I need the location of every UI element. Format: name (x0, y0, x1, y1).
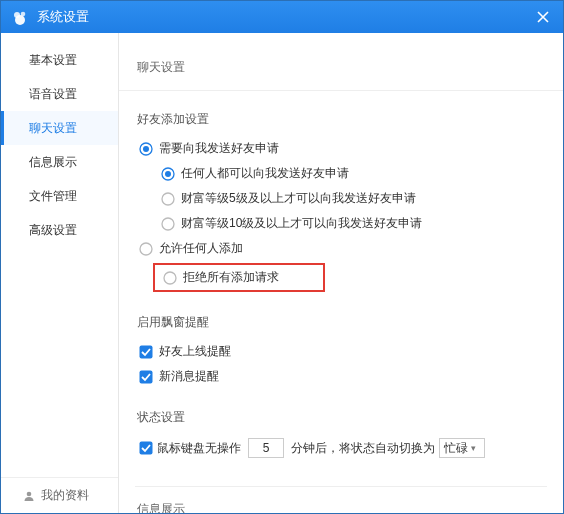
radio-label: 财富等级10级及以上才可以向我发送好友申请 (181, 215, 422, 232)
svg-point-9 (162, 218, 174, 230)
popup-title: 启用飘窗提醒 (137, 308, 545, 339)
sidebar-item-file[interactable]: 文件管理 (1, 179, 118, 213)
idle-minutes-input[interactable]: 5 (248, 438, 284, 458)
info-display-heading: 信息展示 (119, 493, 563, 513)
radio-allow-anyone[interactable]: 允许任何人添加 (131, 236, 545, 261)
svg-point-3 (27, 491, 32, 496)
sidebar-item-chat[interactable]: 聊天设置 (1, 111, 118, 145)
checkbox-icon-checked (139, 370, 153, 384)
radio-label: 任何人都可以向我发送好友申请 (181, 165, 349, 182)
radio-need-request[interactable]: 需要向我发送好友申请 (131, 136, 545, 161)
radio-icon[interactable] (163, 271, 177, 285)
checkbox-idle-status[interactable] (139, 441, 153, 455)
main-heading: 聊天设置 (119, 51, 563, 91)
sidebar-item-label: 文件管理 (29, 189, 77, 203)
radio-wealth10[interactable]: 财富等级10级及以上才可以向我发送好友申请 (131, 211, 545, 236)
divider (135, 486, 547, 487)
radio-icon (161, 217, 175, 231)
sidebar-item-label: 高级设置 (29, 223, 77, 237)
main-panel: 聊天设置 好友添加设置 需要向我发送好友申请 任何人都可以向我发送好友申请 (119, 33, 563, 513)
radio-label: 财富等级5级及以上才可以向我发送好友申请 (181, 190, 416, 207)
status-combo-value: 忙碌 (444, 440, 468, 457)
svg-point-2 (21, 12, 26, 17)
sidebar-item-label: 聊天设置 (29, 121, 77, 135)
checkbox-label: 新消息提醒 (159, 368, 219, 385)
radio-icon (139, 242, 153, 256)
chevron-down-icon: ▾ (471, 443, 476, 453)
svg-point-7 (165, 171, 171, 177)
sidebar-item-label: 基本设置 (29, 53, 77, 67)
svg-point-1 (14, 12, 20, 18)
checkbox-newmsg-remind[interactable]: 新消息提醒 (131, 364, 545, 389)
status-combo[interactable]: 忙碌 ▾ (439, 438, 485, 458)
friend-add-title: 好友添加设置 (137, 105, 545, 136)
sidebar-item-voice[interactable]: 语音设置 (1, 77, 118, 111)
checkbox-online-remind[interactable]: 好友上线提醒 (131, 339, 545, 364)
svg-point-10 (140, 243, 152, 255)
sidebar-item-label: 信息展示 (29, 155, 77, 169)
sidebar-item-label: 语音设置 (29, 87, 77, 101)
app-icon (11, 8, 29, 26)
sidebar-profile-link[interactable]: 我的资料 (1, 477, 118, 513)
sidebar-item-advanced[interactable]: 高级设置 (1, 213, 118, 247)
status-prefix: 鼠标键盘无操作 (157, 440, 241, 457)
sidebar-item-basic[interactable]: 基本设置 (1, 43, 118, 77)
checkbox-icon-checked (139, 345, 153, 359)
svg-rect-12 (140, 345, 153, 358)
close-button[interactable] (531, 5, 555, 29)
sidebar-item-info[interactable]: 信息展示 (1, 145, 118, 179)
checkbox-label: 好友上线提醒 (159, 343, 231, 360)
svg-point-11 (164, 272, 176, 284)
radio-anyone-send[interactable]: 任何人都可以向我发送好友申请 (131, 161, 545, 186)
svg-point-5 (143, 146, 149, 152)
highlighted-option: 拒绝所有添加请求 (153, 263, 325, 292)
radio-wealth5[interactable]: 财富等级5级及以上才可以向我发送好友申请 (131, 186, 545, 211)
window-title: 系统设置 (37, 8, 531, 26)
person-icon (23, 490, 35, 502)
radio-label: 需要向我发送好友申请 (159, 140, 279, 157)
sidebar-profile-label: 我的资料 (41, 487, 89, 504)
titlebar: 系统设置 (1, 1, 563, 33)
radio-icon-selected (139, 142, 153, 156)
radio-label: 拒绝所有添加请求 (183, 269, 279, 286)
sidebar: 基本设置 语音设置 聊天设置 信息展示 文件管理 高级设置 我的资料 (1, 33, 119, 513)
radio-icon (161, 192, 175, 206)
svg-point-8 (162, 193, 174, 205)
svg-rect-13 (140, 370, 153, 383)
radio-icon-selected (161, 167, 175, 181)
radio-label: 允许任何人添加 (159, 240, 243, 257)
status-middle: 分钟后，将状态自动切换为 (291, 440, 435, 457)
status-title: 状态设置 (137, 403, 545, 434)
svg-rect-14 (140, 442, 153, 455)
